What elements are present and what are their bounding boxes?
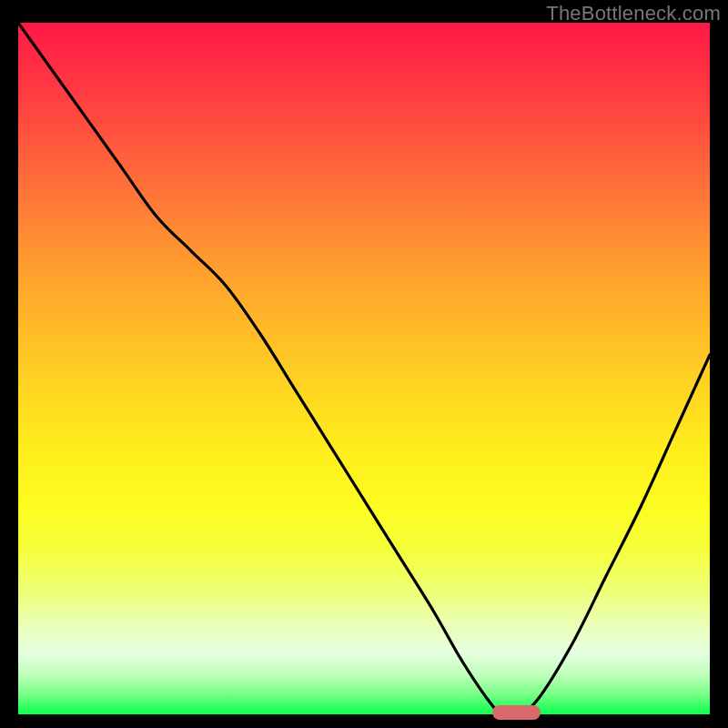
curve-path <box>18 23 710 714</box>
optimal-range-marker <box>492 705 541 720</box>
chart-frame: TheBottleneck.com <box>0 0 728 728</box>
bottleneck-curve <box>18 23 710 714</box>
plot-area <box>18 23 710 714</box>
